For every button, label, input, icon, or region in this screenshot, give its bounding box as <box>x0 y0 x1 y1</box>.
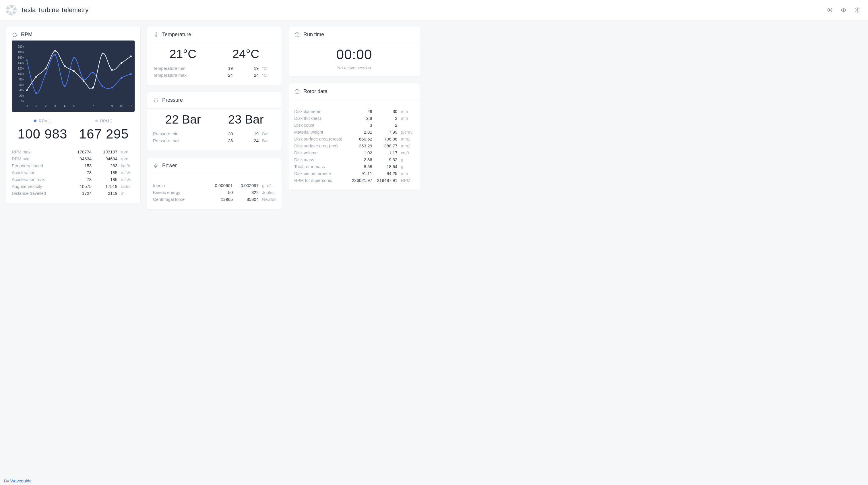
runtime-card-title: Run time <box>303 32 324 38</box>
svg-point-37 <box>130 73 132 75</box>
stat-value-2: 85804 <box>233 196 259 203</box>
topbar: Tesla Turbine Telemetry <box>0 0 868 20</box>
svg-point-27 <box>35 92 37 94</box>
stat-label: Disk count <box>294 122 347 129</box>
svg-text:40k: 40k <box>19 89 24 92</box>
svg-text:160k: 160k <box>18 56 24 59</box>
table-row: RPM for supersonic226021.97218487.91RPM <box>294 177 414 184</box>
stat-unit: rpm <box>117 148 138 155</box>
svg-text:2: 2 <box>45 104 46 108</box>
stat-unit: mm <box>397 108 417 115</box>
gear-icon <box>855 7 860 13</box>
legend-label-1: RPM 1 <box>39 119 51 123</box>
stat-unit: m/s/s <box>117 176 138 183</box>
svg-text:6: 6 <box>83 104 84 108</box>
stat-value-2: 185 <box>92 169 117 176</box>
stat-value-2: 322 <box>233 189 259 196</box>
table-row: Inertia0.0009010.002097g m2 <box>153 182 276 189</box>
rpm-stats-table: RPM max178774193107rpmRPM avg9463494634r… <box>12 148 135 197</box>
info-icon <box>294 89 300 94</box>
stat-label: Inertia <box>153 182 207 189</box>
rpm-card: RPM 0k20k40k60k80k100k120k140k160k180k20… <box>6 26 141 203</box>
table-row: RPM max178774193107rpm <box>12 148 135 155</box>
stat-unit: mm2 <box>397 136 417 143</box>
svg-point-31 <box>73 57 75 59</box>
stat-value-2: 19 <box>233 65 259 72</box>
stat-unit: Bar <box>259 137 279 144</box>
svg-point-1 <box>843 9 844 11</box>
stat-value-1: 2.8 <box>347 115 372 122</box>
stat-value-1: 10575 <box>66 183 92 190</box>
stat-value-2: 24 <box>233 137 259 144</box>
svg-point-35 <box>111 87 113 88</box>
stat-unit: rad/s <box>117 183 138 190</box>
table-row: Periphery speed153263km/h <box>12 162 135 169</box>
stat-label: Material weight <box>294 129 347 136</box>
stat-label: Disk surface area (gross) <box>294 136 347 143</box>
clock-icon <box>294 32 300 38</box>
stat-unit: rpm <box>117 155 138 162</box>
stat-value-1: 91.11 <box>347 170 372 177</box>
table-row: Acceleration max78185m/s/s <box>12 176 135 183</box>
svg-point-38 <box>26 90 28 91</box>
stat-value-1: 23 <box>207 137 233 144</box>
svg-point-28 <box>45 73 46 75</box>
stat-value-2: 3 <box>372 115 398 122</box>
eye-icon <box>841 7 846 13</box>
power-stats-table: Inertia0.0009010.002097g m2Kinetic energ… <box>153 182 276 203</box>
stat-value-1: 19 <box>207 65 233 72</box>
svg-text:180k: 180k <box>18 51 24 54</box>
stat-value-2: 9.32 <box>372 156 398 163</box>
rotor-card-title: Rotor data <box>303 88 328 94</box>
table-row: Disk thickness2.83mm <box>294 115 414 122</box>
svg-point-43 <box>73 70 75 72</box>
svg-text:140k: 140k <box>18 61 24 65</box>
stat-value-2: 1.17 <box>372 149 398 156</box>
stat-label: Pressure max <box>153 137 207 144</box>
svg-text:80k: 80k <box>19 78 24 81</box>
svg-text:0: 0 <box>26 104 28 108</box>
svg-text:200k: 200k <box>18 45 24 48</box>
table-row: Angular velocity1057517519rad/s <box>12 183 135 190</box>
stat-unit: mm2 <box>397 143 417 149</box>
visibility-button[interactable] <box>839 5 848 15</box>
stat-value-2: 193107 <box>92 148 117 155</box>
stat-value-1: 78 <box>66 176 92 183</box>
stat-value-1: 94634 <box>66 155 92 162</box>
settings-button[interactable] <box>852 5 862 15</box>
temperature-value-1: 21°C <box>153 47 213 61</box>
stat-unit: Newton <box>259 196 279 203</box>
stat-unit: °C <box>259 65 279 72</box>
stat-value-1: 2.81 <box>347 129 372 136</box>
stat-unit: Joules <box>259 189 279 196</box>
footer-link[interactable]: Waveguide <box>10 478 32 483</box>
svg-text:5: 5 <box>73 104 75 108</box>
svg-point-48 <box>121 62 122 64</box>
power-card: Power Inertia0.0009010.002097g m2Kinetic… <box>147 157 282 209</box>
stat-label: Temperature min <box>153 65 207 72</box>
stat-label: Kinetic energy <box>153 189 207 196</box>
svg-point-41 <box>54 50 56 52</box>
page-title: Tesla Turbine Telemetry <box>21 6 89 14</box>
svg-text:4: 4 <box>64 104 65 108</box>
pressure-stats-table: Pressure min2019BarPressure max2324Bar <box>153 131 276 144</box>
rpm-card-title: RPM <box>21 32 32 38</box>
rotor-stats-table: Disk diameter2930mmDisk thickness2.83mmD… <box>294 108 414 184</box>
stat-value-1: 1724 <box>66 190 92 197</box>
stat-value-2: 706.86 <box>372 136 398 143</box>
stat-unit: m/s/s <box>117 169 138 176</box>
stat-value-1: 8.58 <box>347 163 372 170</box>
svg-text:3: 3 <box>54 104 56 108</box>
svg-point-33 <box>92 72 94 74</box>
stat-label: Distance travelled <box>12 190 66 197</box>
stat-value-2: 19 <box>233 131 259 137</box>
svg-text:10: 10 <box>120 104 123 108</box>
stat-value-2: 17519 <box>92 183 117 190</box>
stat-label: Disk mass <box>294 156 347 163</box>
stat-label: Temperature max <box>153 72 207 79</box>
stat-value-2: 2119 <box>92 190 117 197</box>
play-button[interactable] <box>825 5 835 15</box>
footer-prefix: By <box>4 478 10 483</box>
svg-point-42 <box>64 65 65 67</box>
table-row: Total rotor mass8.5818.64g <box>294 163 414 170</box>
